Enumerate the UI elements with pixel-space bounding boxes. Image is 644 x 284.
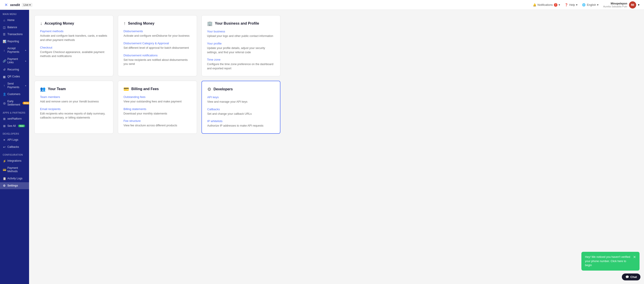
card-link[interactable]: Checkout [40, 46, 108, 49]
sidebar-label-balance: Balance [8, 26, 17, 29]
card-link[interactable]: IP whitelists [207, 120, 274, 123]
card-link[interactable]: Team members [40, 95, 108, 98]
card-section: API keys View and manage your API keys [207, 96, 274, 104]
sidebar-item-payment-methods[interactable]: 💳 Payment Methods [0, 164, 29, 175]
settings-icon: ⚙ [3, 184, 6, 188]
card-desc: Set how recipients are notified about di… [124, 58, 191, 66]
transactions-icon: ☰ [3, 33, 6, 36]
sidebar-label-settings: Settings [8, 184, 18, 188]
sidebar-label-home: Home [8, 18, 14, 22]
sidebar-label-payment-links: Payment Links [8, 58, 24, 64]
sidebar-item-api-logs[interactable]: ≡ API Logs [0, 136, 29, 144]
card-link[interactable]: API keys [207, 96, 274, 99]
payment-methods-icon: 💳 [3, 168, 6, 172]
card-link[interactable]: Your profile [207, 42, 275, 45]
sidebar-item-recurring[interactable]: ↺ Recurring [0, 66, 29, 73]
chat-icon: 💬 [626, 275, 629, 279]
notifications-button[interactable]: 🔔 Notifications 7 ▾ [533, 3, 560, 7]
layout: MAIN MENU ⌂ Home ◫ Balance ☰ Transaction… [0, 10, 644, 284]
card-title: Your Business and Profile [215, 22, 259, 26]
xendit-logo-icon: ✕ [4, 2, 8, 8]
avatar[interactable]: Mi [629, 1, 636, 8]
card-link[interactable]: Fee structure [124, 119, 191, 122]
card-desc: View and manage your API keys [207, 100, 274, 104]
card-icon: 🏢 [207, 21, 213, 26]
sidebar-item-see-all[interactable]: ⊞ See All New [0, 122, 29, 130]
user-name: Minopelepon [603, 2, 627, 5]
topnav-right: 🔔 Notifications 7 ▾ ❓ Help ▾ 🌐 English ▾… [533, 1, 640, 8]
card-link[interactable]: Outstanding fees [124, 95, 191, 98]
sidebar-item-send-payments[interactable]: ↑ Send Payments ▸ [0, 80, 29, 91]
help-chevron: ▾ [576, 3, 578, 6]
sidebar-item-activity-logs[interactable]: 📋 Activity Logs [0, 175, 29, 182]
card-desc: View fee structure across different prod… [124, 124, 191, 128]
user-menu[interactable]: Minopelepon Aurelia Salsabila Putri Mi ▾ [603, 1, 640, 8]
sidebar-item-reporting[interactable]: 📊 Reporting [0, 38, 29, 45]
activity-logs-icon: 📋 [3, 177, 6, 180]
card-link[interactable]: Billing statements [124, 107, 191, 111]
language-selector[interactable]: 🌐 English ▾ [582, 3, 598, 6]
card-section: Outstanding fees View your outstanding f… [124, 95, 191, 104]
card-link[interactable]: Time zone [207, 58, 275, 61]
chat-button[interactable]: 💬 Chat [622, 274, 640, 280]
env-chevron: ▾ [29, 3, 31, 6]
card-section: Payment methods Activate and configure b… [40, 30, 108, 42]
sidebar-item-callbacks[interactable]: ↩ Callbacks [0, 144, 29, 151]
card-header: 🏢 Your Business and Profile [207, 21, 275, 26]
card-icon: ⚙ [207, 86, 211, 92]
sidebar-label-recurring: Recurring [8, 68, 19, 72]
sidebar-label-see-all: See All [8, 124, 16, 128]
sidebar-label-reporting: Reporting [8, 40, 19, 44]
card-link[interactable]: Callbacks [207, 108, 274, 111]
help-button[interactable]: ❓ Help ▾ [564, 3, 578, 6]
recurring-icon: ↺ [3, 68, 6, 71]
card-desc: Authorize IP addresses to make API reque… [207, 124, 274, 128]
card-desc: Add and remove users on your Xendit busi… [40, 100, 108, 104]
user-text: Minopelepon Aurelia Salsabila Putri [603, 2, 627, 8]
card-icon: 👥 [40, 86, 46, 92]
card-section: Billing statements Download your monthly… [124, 107, 191, 116]
sidebar-label-api-logs: API Logs [8, 138, 18, 142]
sidebar-item-early-settlement[interactable]: ◎ Early Settlement Beta [0, 98, 29, 108]
main-menu-label: MAIN MENU [0, 10, 29, 17]
xendit-logo-text: xendit [10, 3, 20, 7]
sidebar-item-transactions[interactable]: ☰ Transactions [0, 31, 29, 38]
sidebar-item-integrations[interactable]: ⚡ Integrations [0, 158, 29, 164]
card-link[interactable]: Your business [207, 30, 275, 33]
sidebar-label-send-payments: Send Payments [8, 82, 24, 89]
card-link[interactable]: Disbursements [124, 30, 191, 33]
sidebar-label-transactions: Transactions [8, 33, 22, 36]
card-link[interactable]: Disbursement Category & Approval [124, 42, 191, 45]
accept-payments-icon: ↓ [3, 48, 6, 52]
see-all-new-badge: New [18, 124, 25, 127]
sidebar-item-settings[interactable]: ⚙ Settings [0, 182, 29, 190]
card-link[interactable]: Payment methods [40, 30, 108, 33]
api-logs-icon: ≡ [3, 138, 6, 142]
card-business-profile: 🏢 Your Business and Profile Your busines… [202, 15, 280, 76]
language-chevron: ▾ [597, 3, 598, 6]
sidebar-item-customers[interactable]: 👤 Customers [0, 91, 29, 98]
reporting-icon: 📊 [3, 40, 6, 43]
sidebar-item-payment-links[interactable]: 🔗 Payment Links ▸ [0, 56, 29, 66]
toast-notification[interactable]: Hey! We noticed you haven't verified you… [582, 252, 640, 270]
sidebar-item-qr-codes[interactable]: ▦ QR Codes [0, 73, 29, 80]
env-badge[interactable]: Live ▾ [22, 3, 32, 7]
help-label: Help [569, 3, 575, 6]
sidebar-item-accept-payments[interactable]: ↓ Accept Payments ▸ [0, 45, 29, 56]
sidebar-label-activity-logs: Activity Logs [8, 177, 22, 180]
sidebar-item-home[interactable]: ⌂ Home [0, 17, 29, 24]
integrations-icon: ⚡ [3, 160, 6, 163]
sidebar-item-balance[interactable]: ◫ Balance [0, 24, 29, 31]
sidebar-label-qr-codes: QR Codes [8, 75, 20, 78]
card-link[interactable]: Disbursement notifications [124, 54, 191, 57]
developers-section-label: DEVELOPERS [0, 130, 29, 136]
toast-close-button[interactable]: ✕ [633, 254, 636, 260]
sidebar-item-xenplatform[interactable]: ⊞ xenPlatform [0, 116, 29, 122]
card-desc: Activate and configure bank transfers, c… [40, 34, 108, 42]
payment-links-arrow: ▸ [25, 60, 26, 62]
card-section: Disbursement notifications Set how recip… [124, 54, 191, 66]
card-link[interactable]: Email recipients [40, 107, 108, 111]
send-payments-icon: ↑ [3, 84, 6, 87]
card-title: Developers [214, 87, 233, 91]
topnav-left: ✕ xendit Live ▾ [4, 2, 32, 8]
